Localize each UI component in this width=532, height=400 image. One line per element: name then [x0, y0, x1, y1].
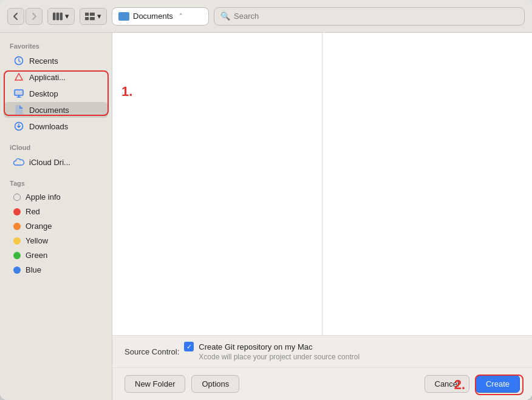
tag-dot-red [13, 208, 21, 215]
sidebar-item-applications[interactable]: Applicati... [4, 69, 108, 85]
tag-dot-yellow [13, 237, 21, 245]
sidebar-item-apple-info[interactable]: Apple info [4, 190, 108, 204]
sidebar-item-label: iCloud Dri... [29, 158, 70, 167]
create-button[interactable]: Create [476, 375, 520, 393]
folder-icon [118, 12, 129, 21]
options-button[interactable]: Options [191, 375, 239, 393]
file-column-1 [112, 33, 322, 335]
search-input[interactable] [234, 12, 518, 21]
sidebar-item-recents[interactable]: Recents [4, 53, 108, 69]
sidebar-item-label: Apple info [26, 192, 61, 202]
file-browser [112, 33, 532, 336]
column-view-chevron: ▾ [65, 12, 69, 21]
main-content: Favorites Recents [0, 33, 532, 400]
tag-dot-green [13, 252, 21, 259]
sidebar-item-documents[interactable]: Documents [4, 102, 108, 118]
file-area: Source Control: ✓ Create Git repository … [112, 33, 532, 400]
checkbox-label: Create Git repository on my Mac [199, 342, 312, 351]
sidebar-item-label: Recents [29, 56, 58, 66]
sidebar: Favorites Recents [0, 33, 112, 400]
nav-buttons [7, 8, 43, 25]
sidebar-item-green[interactable]: Green [4, 248, 108, 262]
svg-rect-1 [56, 12, 59, 19]
checkbox-sub-label: Xcode will place your project under sour… [199, 353, 360, 361]
bottom-bar: New Folder Options Cancel Create [112, 368, 532, 400]
sidebar-item-label: Desktop [29, 89, 58, 98]
sidebar-item-label: Blue [26, 265, 41, 274]
location-chevron-icon: ⌃ [178, 12, 183, 20]
sidebar-item-label: Applicati... [29, 73, 66, 82]
sidebar-item-downloads[interactable]: Downloads [4, 118, 108, 134]
search-icon: 🔍 [220, 12, 230, 21]
documents-icon [13, 104, 24, 115]
svg-rect-0 [53, 12, 55, 19]
sidebar-item-label: Downloads [29, 122, 68, 131]
grid-view-chevron: ▾ [97, 12, 101, 21]
source-control-checkbox[interactable]: ✓ [184, 342, 194, 351]
svg-rect-4 [90, 12, 95, 15]
downloads-icon [13, 121, 24, 132]
sidebar-item-red[interactable]: Red [4, 205, 108, 219]
svg-rect-2 [60, 12, 63, 19]
sidebar-item-desktop[interactable]: Desktop [4, 86, 108, 101]
location-bar[interactable]: Documents ⌃ [112, 7, 209, 25]
sidebar-item-label: Green [26, 251, 47, 260]
svg-rect-3 [85, 12, 89, 15]
sidebar-item-icloud-drive[interactable]: iCloud Dri... [4, 154, 108, 170]
svg-rect-6 [90, 16, 95, 19]
toolbar: ▾ ▾ Documents ⌃ 🔍 [0, 0, 532, 33]
favorites-label: Favorites [0, 39, 112, 52]
sidebar-item-label: Yellow [26, 236, 48, 245]
tag-dot-orange [13, 223, 21, 230]
source-control-content: ✓ Create Git repository on my Mac Xcode … [184, 342, 360, 361]
search-bar[interactable]: 🔍 [214, 7, 525, 25]
recents-icon [13, 55, 24, 66]
source-control-label: Source Control: [124, 347, 179, 356]
sidebar-item-yellow[interactable]: Yellow [4, 234, 108, 248]
checkbox-wrapper[interactable]: ✓ Create Git repository on my Mac [184, 342, 360, 351]
sidebar-item-orange[interactable]: Orange [4, 219, 108, 233]
sidebar-item-label: Documents [29, 106, 69, 115]
sidebar-item-label: Red [26, 207, 40, 216]
annotation-1: 1. [121, 84, 132, 100]
source-control-bar: Source Control: ✓ Create Git repository … [112, 336, 532, 368]
tags-label: Tags [0, 176, 112, 189]
icloud-icon [13, 157, 24, 168]
location-text: Documents [133, 12, 173, 21]
svg-rect-8 [15, 90, 23, 95]
tag-dot-blue [13, 266, 21, 274]
applications-icon [13, 72, 24, 83]
new-folder-button[interactable]: New Folder [124, 375, 185, 393]
desktop-icon [13, 88, 24, 99]
icloud-label: iCloud [0, 140, 112, 154]
svg-rect-5 [85, 16, 89, 19]
file-column-2 [322, 33, 532, 335]
tag-dot-none [13, 194, 21, 201]
annotation-2: 2. [454, 377, 465, 393]
column-view-button[interactable]: ▾ [47, 8, 75, 25]
sidebar-item-label: Orange [26, 222, 52, 231]
grid-view-button[interactable]: ▾ [80, 8, 107, 25]
back-button[interactable] [7, 8, 24, 25]
sidebar-item-blue[interactable]: Blue [4, 263, 108, 277]
forward-button[interactable] [26, 8, 43, 25]
